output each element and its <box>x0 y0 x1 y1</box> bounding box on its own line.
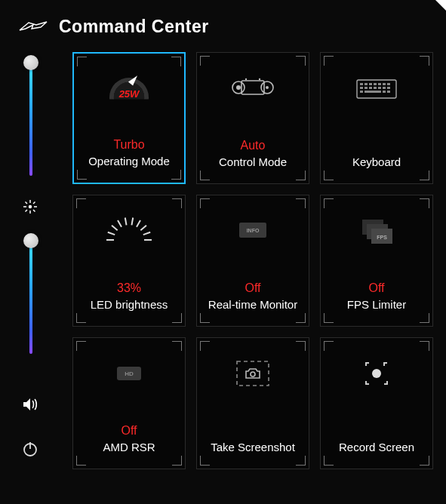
svg-rect-28 <box>369 87 372 89</box>
body: 25W Turbo Operating Mode Auto Control Mo… <box>0 45 446 475</box>
svg-rect-25 <box>387 83 390 85</box>
svg-rect-36 <box>387 91 390 93</box>
svg-rect-19 <box>360 83 363 85</box>
svg-rect-27 <box>364 87 368 89</box>
tile-label: Take Screenshot <box>211 441 295 455</box>
sparkle-icon <box>22 198 38 218</box>
svg-rect-35 <box>383 91 386 93</box>
gauge-icon <box>105 211 153 251</box>
slider-handle[interactable] <box>23 233 38 248</box>
tile-label: Operating Mode <box>88 155 170 169</box>
page-title: Command Center <box>59 17 209 37</box>
svg-rect-23 <box>378 83 381 85</box>
svg-rect-24 <box>383 83 386 85</box>
tile-value: 33% <box>117 281 141 297</box>
brightness-slider[interactable] <box>23 54 37 182</box>
svg-line-7 <box>26 210 28 212</box>
tile-label: Real-time Monitor <box>208 298 297 312</box>
svg-line-5 <box>33 210 35 212</box>
svg-text:FPS: FPS <box>377 235 387 240</box>
tiles-grid: 25W Turbo Operating Mode Auto Control Mo… <box>60 45 446 475</box>
speedometer-icon: 25W <box>109 69 149 109</box>
svg-rect-21 <box>369 83 372 85</box>
power-icon[interactable] <box>21 440 39 461</box>
tile-keyboard[interactable]: Keyboard <box>320 52 433 184</box>
tile-fps-limiter[interactable]: FPS Off FPS Limiter <box>320 195 433 327</box>
tile-label: LED brightness <box>91 298 168 312</box>
svg-point-47 <box>372 369 381 378</box>
tile-label: Control Mode <box>219 155 287 170</box>
tile-record-screen[interactable]: Record Screen <box>320 337 433 469</box>
info-panel-icon: INFO <box>235 211 271 251</box>
side-controls <box>0 45 60 475</box>
svg-rect-31 <box>383 87 386 89</box>
tile-value: Off <box>245 281 260 297</box>
controller-icon <box>231 68 275 109</box>
tile-control-mode[interactable]: Auto Control Mode <box>196 52 309 184</box>
tile-value: Auto <box>241 139 266 154</box>
tile-label: AMD RSR <box>103 441 155 455</box>
svg-point-15 <box>266 86 269 89</box>
svg-point-8 <box>29 205 32 208</box>
header: Command Center <box>0 0 446 45</box>
record-icon <box>360 353 393 394</box>
svg-point-14 <box>236 85 241 90</box>
tile-value: Turbo <box>113 138 144 153</box>
volume-icon[interactable] <box>21 396 39 416</box>
tile-label: FPS Limiter <box>347 298 406 312</box>
slider-handle[interactable] <box>23 55 38 70</box>
volume-slider[interactable] <box>23 232 37 360</box>
svg-rect-29 <box>374 87 377 89</box>
tile-realtime-monitor[interactable]: INFO Off Real-time Monitor <box>196 195 309 327</box>
svg-line-4 <box>26 202 28 204</box>
svg-rect-22 <box>374 83 377 85</box>
svg-line-6 <box>33 202 35 204</box>
svg-point-16 <box>245 78 247 80</box>
drag-corner-icon[interactable] <box>435 0 446 11</box>
svg-rect-20 <box>364 83 368 85</box>
svg-point-17 <box>259 78 260 80</box>
tile-take-screenshot[interactable]: Take Screenshot <box>196 337 309 469</box>
tile-label: Record Screen <box>339 441 414 455</box>
svg-text:INFO: INFO <box>247 228 260 233</box>
fps-icon: FPS <box>358 211 395 251</box>
rog-logo-icon <box>18 18 48 36</box>
svg-rect-34 <box>364 91 381 93</box>
svg-point-46 <box>251 372 255 376</box>
tile-value: Off <box>121 424 137 439</box>
svg-rect-45 <box>237 361 269 386</box>
command-center-panel: Command Center 25 <box>0 0 446 504</box>
tile-label: Keyboard <box>352 155 401 170</box>
svg-rect-26 <box>360 87 363 89</box>
svg-rect-32 <box>387 87 390 89</box>
tile-operating-mode[interactable]: 25W Turbo Operating Mode <box>72 52 186 184</box>
tile-value: Off <box>368 281 384 297</box>
svg-text:HD: HD <box>125 370 134 377</box>
tile-led-brightness[interactable]: 33% LED brightness <box>72 195 186 327</box>
svg-rect-33 <box>360 91 363 93</box>
screenshot-icon <box>234 353 272 394</box>
keyboard-icon <box>355 68 398 109</box>
tile-amd-rsr[interactable]: HD Off AMD RSR <box>72 337 186 469</box>
svg-rect-30 <box>378 87 381 89</box>
hd-chip-icon: HD <box>112 353 146 394</box>
